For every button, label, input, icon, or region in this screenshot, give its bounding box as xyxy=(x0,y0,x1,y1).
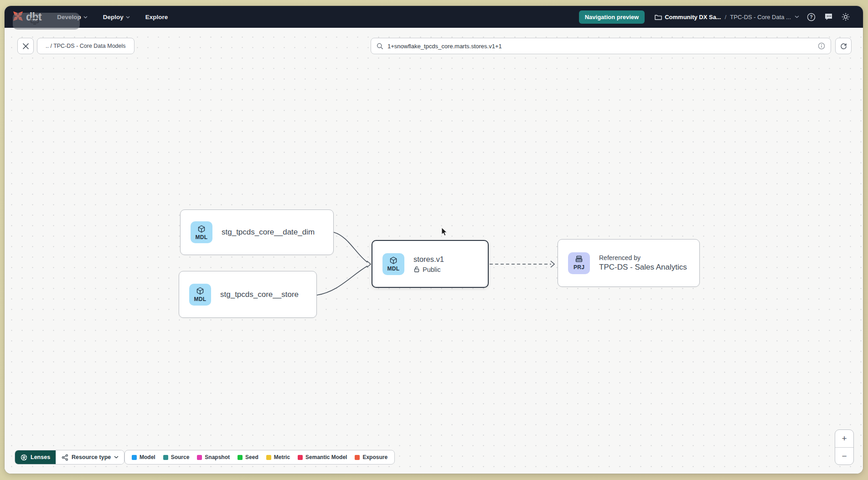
cube-icon xyxy=(197,225,206,234)
node-stg-tpcds-core-store[interactable]: MDL stg_tpcds_core__store xyxy=(179,271,317,318)
legend-item-source: Source xyxy=(163,454,190,460)
chevron-down-icon[interactable] xyxy=(795,15,799,18)
nav-item-deploy[interactable]: Deploy xyxy=(103,14,130,20)
lineage-search xyxy=(371,38,831,54)
resource-type-icon xyxy=(62,454,68,461)
breadcrumb-project[interactable]: TPC-DS - Core Data ... xyxy=(730,14,791,20)
resource-type-label: Resource type xyxy=(72,454,111,460)
legend-label: Source xyxy=(171,454,190,460)
legend-label: Exposure xyxy=(362,454,388,460)
legend-swatch xyxy=(197,455,202,460)
screen-capture-overlay xyxy=(13,13,80,30)
svg-text:?: ? xyxy=(810,14,812,20)
node-stores-v1[interactable]: MDL stores.v1 Public xyxy=(372,240,489,288)
legend-item-snapshot: Snapshot xyxy=(197,454,230,460)
lenses-button[interactable]: Lenses xyxy=(15,450,56,464)
navigation-preview-button[interactable]: Navigation preview xyxy=(579,10,645,24)
legend-swatch xyxy=(163,455,168,460)
search-icon xyxy=(377,43,383,50)
node-text-block: Referenced by TPC-DS - Sales Analytics xyxy=(599,254,687,272)
node-label: stores.v1 xyxy=(413,255,444,264)
node-label: TPC-DS - Sales Analytics xyxy=(599,263,687,272)
legend-swatch xyxy=(238,455,243,460)
top-navbar: dbt Develop Deploy Explore Navigation pr… xyxy=(5,6,863,28)
node-text-block: stores.v1 Public xyxy=(413,255,444,273)
breadcrumb-account-label: Community DX Sa... xyxy=(665,14,721,20)
lenses-label: Lenses xyxy=(31,454,50,460)
legend-item-semantic-model: Semantic Model xyxy=(298,454,347,460)
app-window: dbt Develop Deploy Explore Navigation pr… xyxy=(5,6,863,474)
lineage-breadcrumb-label: .. / TPC-DS - Core Data Models xyxy=(46,43,126,49)
refresh-lineage-button[interactable] xyxy=(835,38,852,54)
legend-swatch xyxy=(298,455,303,460)
legend-item-metric: Metric xyxy=(266,454,290,460)
legend-item-seed: Seed xyxy=(238,454,258,460)
nav-item-explore[interactable]: Explore xyxy=(145,14,168,20)
breadcrumb-account[interactable]: Community DX Sa... xyxy=(655,14,721,20)
chevron-down-icon xyxy=(83,16,88,19)
cube-icon xyxy=(196,286,205,296)
lens-aperture-icon xyxy=(21,454,27,461)
legend-label: Seed xyxy=(245,454,258,460)
legend-swatch xyxy=(132,455,137,460)
model-badge: MDL xyxy=(189,284,211,306)
close-icon xyxy=(22,43,29,50)
resource-type-dropdown[interactable]: Resource type xyxy=(56,450,124,464)
legend-swatch xyxy=(355,455,360,460)
resource-type-legend: Model Source Snapshot Seed Metric Semant… xyxy=(124,450,395,465)
zoom-controls: + − xyxy=(835,429,854,465)
legend-label: Semantic Model xyxy=(305,454,347,460)
nav-item-deploy-label: Deploy xyxy=(103,14,124,20)
zoom-in-button[interactable]: + xyxy=(835,430,853,447)
model-badge: MDL xyxy=(191,221,212,243)
legend-item-exposure: Exposure xyxy=(355,454,388,460)
screen-capture-icon xyxy=(30,17,40,25)
project-badge: PRJ xyxy=(568,252,590,274)
node-stg-tpcds-core-date-dim[interactable]: MDL stg_tpcds_core__date_dim xyxy=(180,209,334,255)
cube-icon xyxy=(389,256,398,265)
legend-label: Metric xyxy=(274,454,290,460)
close-lineage-button[interactable] xyxy=(17,38,34,54)
lineage-search-input[interactable] xyxy=(388,43,814,50)
model-badge: MDL xyxy=(382,253,404,275)
lenses-control-group: Lenses Resource type xyxy=(15,450,124,465)
zoom-out-button[interactable]: − xyxy=(835,447,853,465)
nav-item-explore-label: Explore xyxy=(145,14,168,20)
badge-label: MDL xyxy=(388,266,400,272)
legend-label: Snapshot xyxy=(205,454,230,460)
refresh-icon xyxy=(840,42,847,50)
node-title: Referenced by xyxy=(599,254,687,261)
archive-box-icon xyxy=(574,255,584,264)
help-icon[interactable]: ? xyxy=(806,11,816,22)
badge-label: MDL xyxy=(194,296,207,302)
navbar-right: Navigation preview Community DX Sa... / … xyxy=(579,10,851,24)
settings-gear-icon[interactable] xyxy=(840,11,851,22)
badge-label: PRJ xyxy=(574,264,584,271)
lock-open-icon xyxy=(413,266,420,273)
node-label: stg_tpcds_core__store xyxy=(220,290,299,299)
legend-label: Model xyxy=(140,454,155,460)
breadcrumb: Community DX Sa... / TPC-DS - Core Data … xyxy=(655,14,799,20)
legend-item-model: Model xyxy=(132,454,155,460)
node-access-label: Public xyxy=(423,266,441,273)
folder-icon xyxy=(655,14,662,20)
breadcrumb-separator: / xyxy=(725,14,727,20)
feedback-icon[interactable] xyxy=(823,11,834,22)
lineage-breadcrumb-chip[interactable]: .. / TPC-DS - Core Data Models xyxy=(37,38,134,54)
chevron-down-icon xyxy=(126,16,130,19)
badge-label: MDL xyxy=(196,234,208,240)
legend-swatch xyxy=(266,455,271,460)
node-access-row: Public xyxy=(413,266,444,273)
node-label: stg_tpcds_core__date_dim xyxy=(222,228,315,237)
info-icon[interactable] xyxy=(818,42,825,50)
node-referenced-by-project[interactable]: PRJ Referenced by TPC-DS - Sales Analyti… xyxy=(558,239,700,287)
chevron-down-icon xyxy=(114,456,119,459)
